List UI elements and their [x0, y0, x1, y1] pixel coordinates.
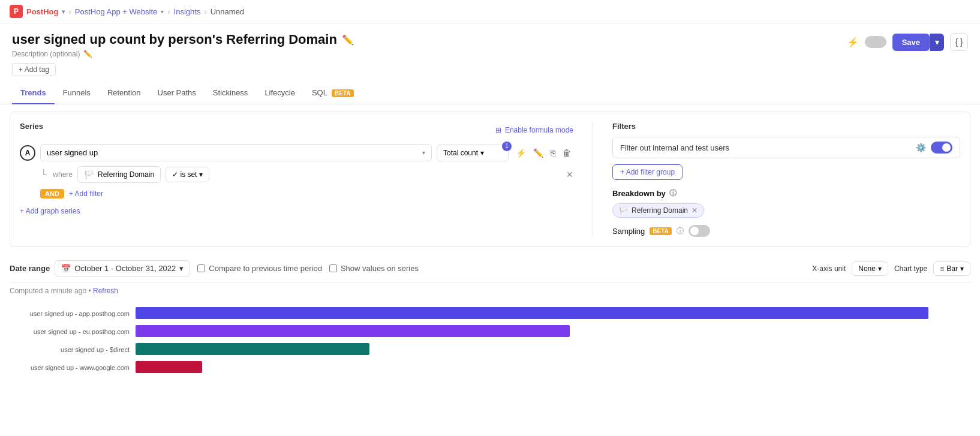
filter-flag-icon: 🏳️ [84, 170, 94, 179]
tab-trends[interactable]: Trends [12, 82, 55, 104]
sampling-row: Sampling BETA ⓘ [612, 225, 960, 237]
tab-sql[interactable]: SQL BETA [303, 82, 362, 104]
brand-dropdown-icon[interactable]: ▾ [62, 8, 65, 15]
series-row: A user signed up ▾ Total count ▾ 1 ⚡ ✏️ … [20, 144, 573, 161]
show-values-checkbox[interactable] [329, 264, 337, 272]
sampling-label: Sampling [612, 227, 645, 236]
metric-selector-arrow: ▾ [480, 149, 484, 157]
compare-option[interactable]: Compare to previous time period [197, 264, 322, 273]
bolt-icon: ⚡ [847, 37, 859, 48]
sampling-info-icon[interactable]: ⓘ [677, 226, 684, 236]
filter-field-selector[interactable]: 🏳️ Referring Domain [77, 166, 161, 183]
chart-controls: Date range 📅 October 1 - October 31, 202… [10, 254, 970, 283]
metric-badge: 1 [502, 142, 512, 151]
breakdown-icon[interactable]: ⚡ [513, 146, 528, 160]
delete-icon[interactable]: 🗑 [560, 146, 573, 160]
live-toggle[interactable] [865, 36, 886, 48]
bar-label: user signed up - app.posthog.com [10, 310, 136, 317]
sep3: › [204, 7, 206, 16]
filter-settings-icon[interactable]: ⚙️ [916, 143, 926, 152]
breadcrumb: P PostHog ▾ › PostHog App + Website ▾ › … [0, 0, 980, 23]
code-button[interactable]: { } [950, 33, 968, 51]
sql-beta-badge: BETA [332, 89, 353, 97]
sep2: › [167, 7, 170, 16]
bar-container [136, 361, 970, 374]
save-button[interactable]: Save [892, 34, 930, 51]
description-text: Description (optional) [12, 50, 80, 58]
sampling-beta-badge: BETA [650, 227, 671, 235]
x-axis-selector[interactable]: None ▾ [852, 261, 888, 276]
description-edit-icon[interactable]: ✏️ [83, 50, 92, 58]
date-range-group: Date range 📅 October 1 - October 31, 202… [10, 260, 190, 276]
where-tree-icon: └ [40, 169, 47, 180]
bar-label: user signed up - $direct [10, 346, 136, 353]
filter-toggle[interactable] [931, 142, 952, 154]
tab-lifecycle[interactable]: Lifecycle [256, 82, 303, 104]
date-range-label: Date range [10, 264, 50, 273]
sampling-toggle[interactable] [689, 225, 710, 237]
tab-stickiness[interactable]: Stickiness [205, 82, 257, 104]
add-series-button[interactable]: + Add graph series [20, 207, 573, 215]
bar[interactable] [136, 343, 369, 355]
formula-icon: ⊞ [495, 126, 501, 134]
series-label: A [20, 145, 35, 161]
breakdown-flag-icon: 🏳️ [619, 206, 628, 215]
filter-text: Filter out internal and test users [620, 143, 911, 152]
bar[interactable] [136, 361, 202, 373]
title-text: user signed up count by person's Referri… [12, 32, 337, 47]
bar[interactable] [136, 325, 570, 337]
add-filter-button[interactable]: + Add filter [69, 190, 103, 198]
compare-checkbox[interactable] [197, 264, 205, 272]
tabs-bar: Trends Funnels Retention User Paths Stic… [0, 82, 980, 104]
title-edit-icon[interactable]: ✏️ [342, 34, 354, 46]
chart-type-label: Chart type [894, 264, 927, 273]
brand-logo[interactable]: P PostHog ▾ [10, 5, 65, 18]
sep1: › [68, 7, 71, 16]
app-dropdown-icon[interactable]: ▾ [161, 8, 164, 15]
where-row: └ where 🏳️ Referring Domain ✓ is set ▾ ✕ [20, 166, 573, 183]
show-values-option[interactable]: Show values on series [329, 264, 419, 273]
tab-retention[interactable]: Retention [99, 82, 149, 104]
edit-icon[interactable]: ✏️ [531, 146, 546, 160]
bar[interactable] [136, 307, 928, 319]
brand-name[interactable]: PostHog [26, 7, 58, 16]
filters-panel: Filters Filter out internal and test use… [612, 122, 960, 237]
breadcrumb-app[interactable]: PostHog App + Website [75, 7, 157, 16]
bar-container [136, 325, 970, 338]
bar-container [136, 307, 970, 320]
breakdown-tag[interactable]: 🏳️ Referring Domain ✕ [612, 203, 704, 218]
x-axis-label: X-axis unit [812, 264, 846, 273]
breakdown-info-icon[interactable]: ⓘ [669, 188, 677, 199]
event-selector[interactable]: user signed up ▾ [40, 144, 432, 161]
bar-container [136, 343, 970, 356]
chart-type-selector[interactable]: ≡ Bar ▾ [933, 261, 970, 276]
calendar-icon: 📅 [61, 264, 71, 273]
series-title: Series [20, 122, 43, 131]
tab-funnels[interactable]: Funnels [55, 82, 99, 104]
builder-panel: Series ⊞ Enable formula mode A user sign… [10, 112, 970, 247]
filter-op-arrow: ▾ [199, 170, 203, 179]
refresh-link[interactable]: Refresh [93, 287, 118, 295]
filter-operator-selector[interactable]: ✓ is set ▾ [166, 167, 209, 182]
computed-info: Computed a minute ago • Refresh [10, 287, 970, 295]
breadcrumb-insights[interactable]: Insights [174, 7, 201, 16]
breakdown-remove-button[interactable]: ✕ [692, 206, 698, 215]
breakdown-section: Breakdown by ⓘ 🏳️ Referring Domain ✕ [612, 188, 960, 218]
chart-section: Date range 📅 October 1 - October 31, 202… [10, 254, 970, 385]
add-filter-group-button[interactable]: + Add filter group [612, 164, 683, 180]
bar-label: user signed up - eu.posthog.com [10, 328, 136, 335]
metric-selector[interactable]: Total count ▾ 1 [437, 145, 509, 161]
tab-user-paths[interactable]: User Paths [149, 82, 205, 104]
copy-icon[interactable]: ⎘ [548, 146, 558, 160]
date-range-selector[interactable]: 📅 October 1 - October 31, 2022 ▾ [55, 260, 190, 276]
add-tag-button[interactable]: + Add tag [12, 63, 56, 76]
series-header: Series ⊞ Enable formula mode [20, 122, 573, 138]
enable-formula-button[interactable]: ⊞ Enable formula mode [495, 126, 573, 134]
breadcrumb-current: Unnamed [211, 7, 244, 16]
remove-filter-button[interactable]: ✕ [566, 170, 573, 179]
save-dropdown-button[interactable]: ▾ [930, 34, 944, 51]
date-dropdown-arrow: ▾ [179, 264, 184, 273]
panel-divider [593, 122, 593, 237]
and-row: AND + Add filter [20, 189, 573, 199]
breakdown-title: Breakdown by ⓘ [612, 188, 960, 199]
